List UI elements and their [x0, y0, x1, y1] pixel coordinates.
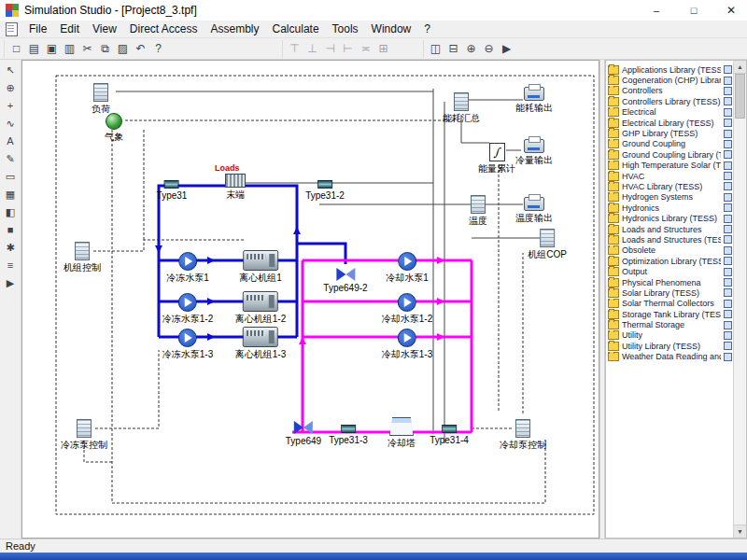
distribute-button[interactable]: ≍: [357, 40, 374, 58]
settings-tool[interactable]: ✱: [2, 239, 19, 256]
minimize-button[interactable]: –: [641, 0, 672, 21]
menu-item[interactable]: ?: [417, 21, 437, 36]
select-tool[interactable]: ↖: [2, 62, 19, 78]
palette-item[interactable]: Controllers: [606, 86, 734, 96]
component-cw-pump-1[interactable]: 冷却水泵1: [386, 252, 429, 283]
component-type31[interactable]: Type31: [157, 180, 188, 201]
palette-item-handle[interactable]: [724, 150, 732, 159]
palette-item[interactable]: Obsolete: [606, 245, 734, 256]
plug-tool[interactable]: ≡: [2, 257, 19, 273]
component-chw-pump-1-2[interactable]: 冷冻水泵1-2: [162, 293, 213, 324]
component-load[interactable]: 负荷: [92, 83, 110, 114]
cascade-windows-button[interactable]: ◫: [427, 40, 444, 58]
palette-item-handle[interactable]: [724, 342, 732, 350]
copy-button[interactable]: ⧉: [96, 40, 114, 58]
snap-grid-button[interactable]: ⊞: [374, 40, 392, 58]
scroll-thumb[interactable]: [735, 74, 745, 119]
align-left-button[interactable]: ⊣: [321, 40, 339, 58]
palette-item-handle[interactable]: [724, 300, 732, 308]
child-window-icon[interactable]: [6, 22, 18, 36]
palette-item-handle[interactable]: [724, 87, 732, 95]
open-file-button[interactable]: ▤: [25, 40, 43, 58]
component-weather[interactable]: 气象: [105, 113, 123, 142]
menu-item[interactable]: Window: [365, 21, 418, 36]
grid-tool[interactable]: ▦: [2, 186, 19, 203]
palette-item[interactable]: Controllers Library (TESS): [606, 96, 734, 106]
palette-item[interactable]: Thermal Storage: [606, 319, 734, 329]
component-energy-integrator[interactable]: ∫ 能量累计: [478, 143, 515, 174]
component-energy-output[interactable]: 能耗输出: [515, 87, 553, 113]
palette-item[interactable]: Loads and Structures: [606, 224, 734, 234]
palette-item[interactable]: Hydronics Library (TESS): [606, 213, 734, 223]
palette-item-handle[interactable]: [724, 288, 732, 297]
palette-item[interactable]: HVAC: [606, 171, 734, 181]
menu-item[interactable]: View: [86, 21, 123, 36]
zoom-out-button[interactable]: ⊖: [480, 40, 498, 58]
palette-item-handle[interactable]: [724, 225, 732, 233]
menu-item[interactable]: Assembly: [204, 21, 266, 36]
palette-item[interactable]: Ground Coupling Library (TESS): [606, 149, 734, 160]
palette-item-handle[interactable]: [724, 268, 732, 276]
component-type649-2[interactable]: Type649-2: [323, 268, 367, 293]
palette-item[interactable]: Electrical: [606, 107, 734, 118]
palette-item[interactable]: Ground Coupling: [606, 139, 734, 149]
component-temperature[interactable]: 温度: [469, 195, 487, 226]
palette-item[interactable]: High Temperature Solar (TESS): [606, 161, 734, 171]
palette-item[interactable]: Hydronics: [606, 203, 734, 213]
palette-item[interactable]: Physical Phenomena: [606, 277, 734, 287]
palette-item[interactable]: Cogeneration (CHP) Library (TESS): [606, 75, 734, 85]
menu-item[interactable]: Edit: [53, 21, 86, 36]
component-temperature-output[interactable]: 温度输出: [515, 197, 553, 223]
palette-item[interactable]: Utility: [606, 330, 734, 341]
erase-tool[interactable]: ▭: [2, 168, 19, 185]
palette-item-handle[interactable]: [724, 172, 732, 180]
save-file-button[interactable]: ▣: [43, 40, 61, 58]
palette-item-handle[interactable]: [724, 246, 732, 255]
component-unit-cop[interactable]: 机组COP: [528, 229, 567, 259]
component-type649[interactable]: Type649: [286, 421, 321, 446]
palette-item-handle[interactable]: [724, 108, 732, 117]
help-button[interactable]: ?: [149, 40, 167, 58]
text-tool[interactable]: A: [2, 133, 19, 149]
palette-item-handle[interactable]: [724, 235, 732, 244]
component-type31-2[interactable]: Type31-2: [305, 180, 345, 201]
palette-item-handle[interactable]: [724, 321, 732, 329]
menu-item[interactable]: Direct Access: [123, 21, 204, 36]
palette-item[interactable]: GHP Library (TESS): [606, 128, 734, 138]
palette-item[interactable]: HVAC Library (TESS): [606, 181, 734, 191]
palette-item[interactable]: Utility Library (TESS): [606, 341, 734, 351]
palette-item[interactable]: Optimization Library (TESS): [606, 256, 734, 266]
component-chw-pump-1[interactable]: 冷冻水泵1: [166, 252, 209, 283]
palette-item[interactable]: Output: [606, 266, 734, 276]
maximize-button[interactable]: □: [678, 0, 710, 21]
component-energy-summary[interactable]: 能耗汇总: [443, 92, 480, 123]
scroll-down-icon[interactable]: ▼: [734, 525, 746, 538]
palette-item[interactable]: Electrical Library (TESS): [606, 118, 734, 128]
zoom-in-button[interactable]: ⊕: [462, 40, 480, 58]
palette-item-handle[interactable]: [724, 278, 732, 287]
component-type31-4[interactable]: Type31-4: [430, 425, 469, 445]
palette-item-handle[interactable]: [724, 130, 732, 138]
palette-item[interactable]: Loads and Structures (TESS): [606, 234, 734, 245]
component-chw-pump-control[interactable]: 冷冻泵控制: [61, 419, 107, 450]
tile-windows-button[interactable]: ⊟: [444, 40, 462, 58]
palette-item[interactable]: Solar Thermal Collectors: [606, 299, 734, 309]
project-canvas[interactable]: Loads 负荷 气象 Type31 末端: [21, 60, 599, 539]
palette-item-handle[interactable]: [724, 97, 732, 105]
menu-item[interactable]: Tools: [326, 21, 365, 36]
zoom-tool[interactable]: ⊕: [2, 79, 19, 96]
palette-item-handle[interactable]: [724, 257, 732, 265]
align-top-button[interactable]: ⊤: [286, 40, 303, 58]
scroll-up-icon[interactable]: ▲: [734, 61, 746, 74]
run-tool[interactable]: ▶: [2, 274, 19, 291]
palette-item-handle[interactable]: [724, 353, 732, 361]
component-chiller-1-3[interactable]: 离心机组1-3: [235, 327, 286, 359]
palette-item[interactable]: Storage Tank Library (TESS): [606, 309, 734, 319]
component-cooling-output[interactable]: 冷量输出: [515, 139, 553, 165]
paste-button[interactable]: ▨: [114, 40, 132, 58]
palette-item-handle[interactable]: [724, 331, 732, 340]
palette-item-handle[interactable]: [724, 215, 732, 223]
close-button[interactable]: ✕: [715, 0, 747, 21]
menu-item[interactable]: File: [22, 21, 53, 36]
component-type31-3[interactable]: Type31-3: [329, 425, 368, 445]
